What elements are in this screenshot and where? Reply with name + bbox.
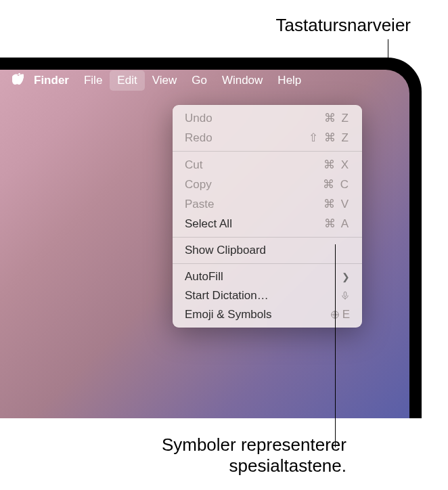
apple-logo-icon bbox=[12, 73, 24, 85]
menu-label: Copy bbox=[185, 178, 212, 192]
menu-shortcut: ⌘ C bbox=[323, 177, 350, 192]
svg-rect-0 bbox=[344, 292, 346, 296]
menubar: Finder File Edit View Go Window Help bbox=[0, 70, 409, 91]
menubar-app-name[interactable]: Finder bbox=[26, 70, 76, 91]
menu-label: Cut bbox=[185, 158, 202, 172]
annotation-keyboard-shortcuts: Tastatursnarveier bbox=[276, 15, 411, 36]
menu-shortcut: ⌘ X bbox=[323, 158, 350, 172]
menubar-window[interactable]: Window bbox=[215, 70, 270, 91]
menu-item-undo[interactable]: Undo ⌘ Z bbox=[173, 108, 362, 128]
menubar-view[interactable]: View bbox=[145, 70, 185, 91]
callout-line-bottom bbox=[335, 244, 336, 447]
shortcut-letter: E bbox=[342, 308, 350, 321]
desktop-screen: Finder File Edit View Go Window Help Und… bbox=[0, 70, 409, 418]
menu-item-select-all[interactable]: Select All ⌘ A bbox=[173, 214, 362, 233]
menu-separator bbox=[173, 263, 362, 264]
menu-item-redo[interactable]: Redo ⇧ ⌘ Z bbox=[173, 128, 362, 148]
device-frame: Finder File Edit View Go Window Help Und… bbox=[0, 58, 422, 418]
menu-shortcut: ⇧ ⌘ Z bbox=[309, 131, 350, 145]
menu-shortcut: ⌘ V bbox=[323, 197, 350, 211]
menubar-go[interactable]: Go bbox=[184, 70, 215, 91]
menu-item-cut[interactable]: Cut ⌘ X bbox=[173, 155, 362, 175]
menu-separator bbox=[173, 237, 362, 238]
menu-shortcut: ⌘ Z bbox=[324, 111, 350, 125]
menu-label: Redo bbox=[185, 131, 212, 145]
menu-item-start-dictation[interactable]: Start Dictation… bbox=[173, 286, 362, 305]
menubar-help[interactable]: Help bbox=[270, 70, 309, 91]
menu-label: Paste bbox=[185, 198, 214, 211]
microphone-icon bbox=[340, 291, 350, 300]
menu-label: Undo bbox=[185, 112, 212, 125]
menu-label: Show Clipboard bbox=[185, 244, 266, 257]
menu-label: AutoFill bbox=[185, 270, 223, 284]
menu-label: Select All bbox=[185, 217, 232, 231]
menubar-file[interactable]: File bbox=[76, 70, 110, 91]
menu-item-copy[interactable]: Copy ⌘ C bbox=[173, 175, 362, 194]
menu-item-emoji-symbols[interactable]: Emoji & Symbols E bbox=[173, 305, 362, 324]
apple-menu[interactable] bbox=[9, 73, 26, 88]
edit-dropdown-menu: Undo ⌘ Z Redo ⇧ ⌘ Z Cut ⌘ X Copy ⌘ C Pas… bbox=[173, 105, 362, 328]
menu-item-autofill[interactable]: AutoFill ❯ bbox=[173, 267, 362, 286]
menu-shortcut: ⌘ A bbox=[324, 217, 350, 231]
menu-item-paste[interactable]: Paste ⌘ V bbox=[173, 194, 362, 214]
menu-separator bbox=[173, 151, 362, 152]
menu-label: Start Dictation… bbox=[185, 289, 269, 303]
annotation-symbols-special-keys: Symboler representerer spesialtastene. bbox=[162, 435, 346, 476]
menu-shortcut bbox=[340, 291, 350, 300]
menu-label: Emoji & Symbols bbox=[185, 308, 271, 321]
chevron-right-icon: ❯ bbox=[342, 271, 350, 282]
menu-shortcut: E bbox=[330, 308, 350, 321]
menubar-edit[interactable]: Edit bbox=[110, 70, 144, 91]
menu-item-show-clipboard[interactable]: Show Clipboard bbox=[173, 241, 362, 260]
